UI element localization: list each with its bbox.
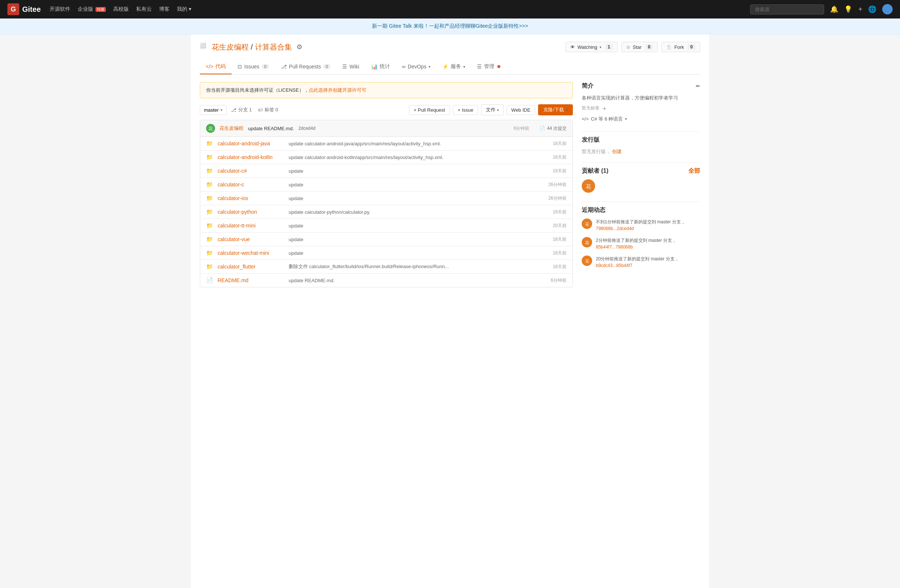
intro-edit-icon[interactable]: ✏	[696, 83, 700, 89]
file-name-link[interactable]: calculator_flutter	[217, 264, 284, 269]
nav-university[interactable]: 高校版	[113, 6, 129, 12]
file-time: 19天前	[537, 168, 566, 174]
commit-count-icon: 📄	[540, 126, 545, 131]
activity-link-1[interactable]: 798068b...2dced4d	[596, 226, 634, 231]
license-link[interactable]: 点此选择并创建开源许可可	[309, 87, 366, 94]
file-time: 18天前	[537, 250, 566, 256]
tab-wiki[interactable]: ☰ Wiki	[337, 60, 365, 74]
tab-stats[interactable]: 📊 统计	[365, 60, 396, 74]
code-icon: </>	[206, 63, 213, 70]
sidebar-contributors: 贡献者 (1) 全部 花	[582, 167, 700, 193]
file-name-link[interactable]: calculator-tt-mini	[217, 223, 284, 229]
nav-mine[interactable]: 我的 ▾	[177, 6, 191, 12]
nav-right: 🔔 💡 + 🌐	[750, 4, 892, 14]
web-ide-button[interactable]: Web IDE	[507, 105, 535, 115]
branch-dropdown-arrow: ▾	[220, 108, 222, 112]
file-name-link[interactable]: calculator-android-kotlin	[217, 154, 284, 160]
sidebar-intro: 简介 ✏ 各种语言实现的计算器，方便编程初学者学习 暂无标签 + </> C# …	[582, 82, 700, 122]
file-commit-msg: update calculator-android-java/app/src/m…	[289, 141, 532, 147]
commit-header: 花 花生皮编程 update README.md. 2dced4d 6分钟前 📄…	[200, 120, 573, 137]
file-commit-msg: update calculator-android-kotlin/app/src…	[289, 155, 532, 160]
settings-icon[interactable]: ⚙	[296, 43, 303, 51]
file-name-link[interactable]: calculator-vue	[217, 236, 284, 242]
file-time: 18天前	[537, 154, 566, 161]
nav-enterprise[interactable]: 企业版 特惠	[78, 6, 106, 12]
file-commit-msg: update	[289, 237, 532, 242]
file-name-link[interactable]: README.md	[217, 277, 284, 283]
nav-blog[interactable]: 博客	[159, 6, 169, 12]
file-time: 26分钟前	[537, 182, 566, 188]
sidebar-divider	[582, 131, 700, 132]
file-button[interactable]: 文件 ▾	[481, 104, 504, 115]
sidebar-release-title: 发行版	[582, 136, 700, 144]
file-name-link[interactable]: calculator-android-java	[217, 141, 284, 147]
file-commit-msg: update README.md.	[289, 278, 532, 283]
activity-text-1: 不到1分钟前推送了新的提交到 master 分支， 798068b...2dce…	[596, 218, 700, 232]
file-name-link[interactable]: calculator-c	[217, 182, 284, 187]
add-tag-icon[interactable]: +	[602, 105, 607, 113]
activity-link-2[interactable]: 85b44f7...798068b	[596, 244, 633, 250]
committer-name[interactable]: 花生皮编程	[219, 125, 244, 132]
tab-issues[interactable]: ⊡ Issues 0	[232, 60, 275, 74]
folder-icon: 📁	[206, 140, 213, 147]
file-time: 20天前	[537, 223, 566, 229]
nav-links: 开源软件 企业版 特惠 高校版 私有云 博客 我的 ▾	[50, 6, 741, 12]
tab-code[interactable]: </> 代码	[200, 60, 232, 74]
sidebar-release: 发行版 暂无发行版， 创建	[582, 136, 700, 155]
file-name-link[interactable]: calculator-python	[217, 209, 284, 215]
fork-button[interactable]: 🍴 Fork 0	[661, 42, 700, 52]
create-release-link[interactable]: 创建	[612, 149, 622, 154]
table-row: 📁 calculator-wechat-mini update 18天前	[200, 246, 573, 260]
lightbulb-icon[interactable]: 💡	[844, 5, 852, 13]
file-main: 你当前开源项目尚未选择许可证（LICENSE）， 点此选择并创建开源许可可 ma…	[200, 82, 573, 287]
tab-service[interactable]: ⚡ 服务 ▾	[436, 60, 471, 74]
file-commit-msg: update	[289, 182, 532, 187]
site-name: Gitee	[22, 5, 41, 14]
nav-opensource[interactable]: 开源软件	[50, 6, 70, 12]
repo-name-link[interactable]: 计算器合集	[255, 43, 292, 51]
repo-header: ⬜ 花生皮编程 / 计算器合集 ⚙ 👁 Watching ▾ 1 ☆ Star …	[200, 42, 700, 52]
activity-link-3[interactable]: b9cdc43...85b44f7	[596, 263, 632, 268]
table-row: 📁 calculator-android-java update calcula…	[200, 137, 573, 150]
search-input[interactable]	[750, 5, 824, 14]
globe-icon[interactable]: 🌐	[868, 5, 876, 13]
clone-button[interactable]: 克隆/下载 ▾	[538, 104, 573, 115]
tab-devops[interactable]: ∞ DevOps ▾	[396, 60, 437, 74]
all-contributors-link[interactable]: 全部	[688, 167, 700, 175]
notification-icon[interactable]: 🔔	[830, 5, 838, 13]
enterprise-badge: 特惠	[95, 7, 106, 12]
plus-icon[interactable]: +	[858, 6, 862, 13]
clone-dropdown-arrow: ▾	[566, 108, 568, 112]
manage-dot	[497, 65, 500, 68]
fork-count: 0	[687, 44, 695, 50]
branch-icon: ⎇	[231, 107, 236, 113]
file-name-link[interactable]: calculator-c#	[217, 168, 284, 174]
file-name-link[interactable]: calculator-ios	[217, 195, 284, 201]
watching-button[interactable]: 👁 Watching ▾ 1	[565, 42, 617, 52]
file-name-link[interactable]: calculator-wechat-mini	[217, 250, 284, 256]
breadcrumb: 花生皮编程 / 计算器合集	[212, 42, 292, 52]
contributor-avatar[interactable]: 花	[582, 179, 595, 193]
license-notice: 你当前开源项目尚未选择许可证（LICENSE）， 点此选择并创建开源许可可	[200, 82, 573, 98]
tab-pullrequests[interactable]: ⎇ Pull Requests 0	[275, 60, 337, 74]
branch-bar: master ▾ ⎇ 分支 1 🏷 标签 0 + Pull Request + …	[200, 104, 573, 115]
sidebar-contributors-title: 贡献者 (1) 全部	[582, 167, 700, 175]
avatar[interactable]	[882, 4, 892, 14]
activity-item: 花 2分钟前推送了新的提交到 master 分支， 85b44f7...7980…	[582, 237, 700, 251]
star-button[interactable]: ☆ Star 0	[621, 42, 658, 52]
tab-manage[interactable]: ☰ 管理	[471, 60, 506, 74]
table-row: 📁 calculator-ios update 26分钟前	[200, 192, 573, 205]
nav-logo[interactable]: G Gitee	[8, 3, 41, 15]
repo-owner-link[interactable]: 花生皮编程	[212, 43, 249, 51]
file-time: 26分钟前	[537, 195, 566, 201]
branch-select[interactable]: master ▾	[200, 105, 227, 115]
table-row: 📁 calculator-android-kotlin update calcu…	[200, 150, 573, 164]
nav-private[interactable]: 私有云	[136, 6, 152, 12]
sidebar-divider-2	[582, 162, 700, 163]
file-time: 6分钟前	[537, 277, 566, 284]
repo-icon: ⬜	[200, 43, 209, 51]
lang-dropdown-arrow[interactable]: ▾	[625, 117, 627, 121]
table-row: 📁 calculator-python update calculator-py…	[200, 205, 573, 219]
pull-request-button[interactable]: + Pull Request	[409, 105, 450, 115]
issue-button[interactable]: + Issue	[453, 105, 478, 115]
